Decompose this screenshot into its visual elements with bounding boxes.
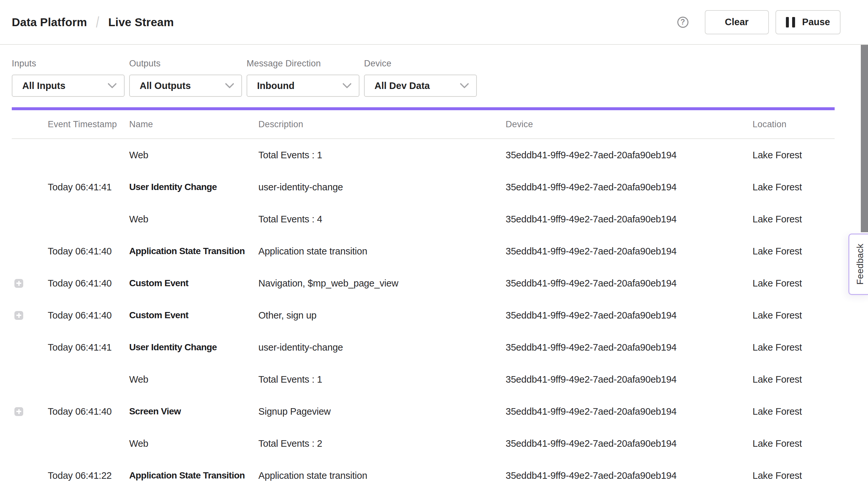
- expand-cell: [12, 407, 48, 416]
- expand-cell: [12, 471, 48, 480]
- outputs-select-value: All Outputs: [140, 81, 191, 91]
- clear-button[interactable]: Clear: [705, 10, 769, 34]
- event-description: user-identity-change: [258, 342, 506, 353]
- event-device: 35eddb41-9ff9-49e2-7aed-20afa90eb194: [506, 310, 752, 321]
- expand-plus-icon[interactable]: [14, 311, 23, 320]
- column-header-name: Name: [129, 119, 258, 129]
- event-name: Web: [129, 438, 258, 449]
- event-description: Total Events : 2: [258, 438, 506, 449]
- table-row[interactable]: Today 06:41:22 Application State Transit…: [12, 459, 835, 486]
- help-icon[interactable]: ?: [677, 17, 688, 28]
- event-name: Web: [129, 214, 258, 225]
- event-description: user-identity-change: [258, 182, 506, 193]
- header-actions: ? Clear Pause: [677, 10, 840, 34]
- event-location: Lake Forest: [752, 342, 835, 353]
- event-location: Lake Forest: [752, 246, 835, 257]
- table-row[interactable]: Today 06:41:41 User Identity Change user…: [12, 331, 835, 363]
- chevron-down-icon: [460, 79, 469, 88]
- event-name: User Identity Change: [129, 182, 258, 192]
- expand-cell: [12, 375, 48, 384]
- inputs-select[interactable]: All Inputs: [12, 74, 125, 97]
- event-description: Navigation, $mp_web_page_view: [258, 278, 506, 289]
- event-description: Signup Pageview: [258, 406, 506, 417]
- event-device: 35eddb41-9ff9-49e2-7aed-20afa90eb194: [506, 374, 752, 385]
- event-name: Custom Event: [129, 278, 258, 288]
- event-name: Application State Transition: [129, 246, 258, 256]
- filter-outputs-label: Outputs: [129, 59, 242, 69]
- event-location: Lake Forest: [752, 182, 835, 193]
- table-row[interactable]: Today 06:41:41 User Identity Change user…: [12, 171, 835, 203]
- event-device: 35eddb41-9ff9-49e2-7aed-20afa90eb194: [506, 278, 752, 289]
- expand-cell: [12, 215, 48, 224]
- expand-cell: [12, 343, 48, 352]
- event-device: 35eddb41-9ff9-49e2-7aed-20afa90eb194: [506, 470, 752, 481]
- event-name: Web: [129, 374, 258, 385]
- outputs-select[interactable]: All Outputs: [129, 74, 242, 97]
- event-location: Lake Forest: [752, 150, 835, 160]
- expand-cell: [12, 183, 48, 192]
- breadcrumb: Data Platform / Live Stream: [12, 15, 174, 30]
- chevron-down-icon: [107, 79, 117, 88]
- expand-cell: [12, 439, 48, 448]
- table-row[interactable]: Today 06:41:40 Custom Event Other, sign …: [12, 299, 835, 331]
- table-row[interactable]: Web Total Events : 2 35eddb41-9ff9-49e2-…: [12, 427, 835, 459]
- event-location: Lake Forest: [752, 278, 835, 289]
- feedback-tab[interactable]: Feedback: [848, 234, 868, 295]
- chevron-down-icon: [225, 79, 234, 88]
- event-location: Lake Forest: [752, 374, 835, 385]
- event-description: Application state transition: [258, 470, 506, 481]
- table-row[interactable]: Today 06:41:40 Application State Transit…: [12, 235, 835, 267]
- expand-cell: [12, 311, 48, 320]
- table-row[interactable]: Today 06:41:40 Custom Event Navigation, …: [12, 267, 835, 299]
- breadcrumb-section[interactable]: Data Platform: [12, 16, 87, 29]
- column-header-location: Location: [752, 119, 835, 129]
- column-header-device: Device: [506, 119, 752, 129]
- accent-divider-bar: [12, 107, 835, 110]
- vertical-scrollbar-thumb[interactable]: [861, 45, 868, 232]
- event-name: Application State Transition: [129, 470, 258, 481]
- event-timestamp: Today 06:41:40: [48, 406, 129, 417]
- event-timestamp: Today 06:41:40: [48, 310, 129, 321]
- event-name: Web: [129, 150, 258, 160]
- message-direction-select[interactable]: Inbound: [247, 74, 360, 97]
- expand-plus-icon[interactable]: [14, 407, 23, 416]
- feedback-tab-label: Feedback: [855, 244, 865, 284]
- help-glyph: ?: [681, 18, 685, 27]
- event-timestamp: Today 06:41:41: [48, 182, 129, 193]
- top-header: Data Platform / Live Stream ? Clear Paus…: [0, 0, 868, 45]
- event-name: Screen View: [129, 406, 258, 417]
- column-header-description: Description: [258, 119, 506, 129]
- table-row[interactable]: Today 06:41:40 Screen View Signup Pagevi…: [12, 395, 835, 427]
- device-select[interactable]: All Dev Data: [364, 74, 477, 97]
- table-row[interactable]: Web Total Events : 4 35eddb41-9ff9-49e2-…: [12, 203, 835, 235]
- event-description: Application state transition: [258, 246, 506, 257]
- message-direction-select-value: Inbound: [257, 81, 294, 91]
- filter-message-direction-label: Message Direction: [247, 59, 360, 69]
- page-title: Live Stream: [108, 16, 174, 29]
- event-timestamp: Today 06:41:41: [48, 342, 129, 353]
- expand-cell: [12, 279, 48, 288]
- expand-cell: [12, 151, 48, 160]
- expand-plus-icon[interactable]: [14, 279, 23, 288]
- pause-icon: [786, 17, 795, 28]
- event-timestamp: Today 06:41:40: [48, 278, 129, 289]
- filter-device-label: Device: [364, 59, 477, 69]
- event-timestamp: Today 06:41:40: [48, 246, 129, 257]
- event-device: 35eddb41-9ff9-49e2-7aed-20afa90eb194: [506, 182, 752, 193]
- clear-button-label: Clear: [725, 17, 749, 28]
- event-device: 35eddb41-9ff9-49e2-7aed-20afa90eb194: [506, 438, 752, 449]
- event-location: Lake Forest: [752, 438, 835, 449]
- table-row[interactable]: Web Total Events : 1 35eddb41-9ff9-49e2-…: [12, 139, 835, 171]
- event-location: Lake Forest: [752, 406, 835, 417]
- event-timestamp: Today 06:41:22: [48, 470, 129, 481]
- pause-button-label: Pause: [802, 17, 830, 28]
- event-location: Lake Forest: [752, 310, 835, 321]
- table-row[interactable]: Web Total Events : 1 35eddb41-9ff9-49e2-…: [12, 363, 835, 395]
- breadcrumb-separator: /: [96, 15, 99, 30]
- filter-outputs: Outputs All Outputs: [129, 59, 242, 97]
- event-name: User Identity Change: [129, 342, 258, 353]
- pause-button[interactable]: Pause: [775, 10, 840, 34]
- expand-cell: [12, 247, 48, 256]
- filters-bar: Inputs All Inputs Outputs All Outputs Me…: [0, 45, 868, 97]
- inputs-select-value: All Inputs: [22, 81, 65, 91]
